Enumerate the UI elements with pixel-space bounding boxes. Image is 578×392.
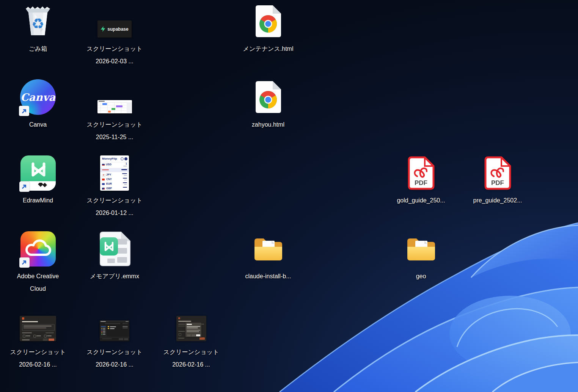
calendar-event-blue bbox=[102, 103, 107, 105]
edrawmind-app-icon bbox=[20, 155, 56, 191]
cny-flag bbox=[102, 179, 105, 180]
desktop-icon-claude-install-folder[interactable]: claude-install-b... bbox=[236, 230, 300, 282]
calendar-event-orange bbox=[108, 111, 111, 113]
account-icon bbox=[124, 157, 127, 160]
icon-label: pre_guide_2502... bbox=[473, 194, 522, 207]
icon-label: zahyou.html bbox=[252, 118, 284, 131]
icon-label: EdrawMind bbox=[23, 194, 53, 207]
info-icon bbox=[121, 157, 124, 160]
icon-label-line1: スクリーンショット bbox=[87, 118, 143, 131]
icon-label-line2: 2026-01-12 ... bbox=[87, 207, 143, 219]
icon-label-line2: Cloud bbox=[17, 282, 59, 295]
pdf-file-icon: PDF bbox=[484, 156, 511, 190]
desktop-icon-screenshot-2026-01-12[interactable]: MoneyFlip USD 1 JPY CNY EUR GBP bbox=[82, 155, 147, 219]
desktop-icon-recycle-bin[interactable]: ♻ ごみ箱 bbox=[6, 3, 70, 55]
white-button bbox=[196, 334, 200, 336]
gbp-flag bbox=[102, 188, 105, 190]
icon-label-line1: スクリーンショット bbox=[163, 346, 219, 358]
icon-label-line1: スクリーンショット bbox=[10, 346, 66, 358]
chrome-html-file-icon bbox=[256, 5, 281, 37]
orange-button bbox=[49, 339, 54, 341]
icon-label-line1: Adobe Creative bbox=[17, 270, 59, 282]
canva-app-icon: Canva bbox=[20, 79, 56, 115]
icon-label: Canva bbox=[29, 118, 47, 131]
icon-label-line2: 2026-02-16 ... bbox=[87, 358, 143, 371]
pdf-file-icon: PDF bbox=[408, 156, 435, 190]
supabase-wordmark: supabase bbox=[107, 27, 128, 32]
orange-button bbox=[199, 337, 205, 340]
desktop-icon-pre-guide-pdf[interactable]: PDF pre_guide_2502... bbox=[465, 155, 530, 207]
desktop-icon-canva[interactable]: Canva Canva bbox=[6, 79, 70, 131]
supabase-screenshot-thumbnail: supabase bbox=[97, 20, 132, 38]
chrome-html-file-icon bbox=[256, 81, 281, 113]
dialog-popup-screenshot-thumbnail bbox=[176, 316, 206, 341]
adobe-cc-app-icon bbox=[20, 231, 56, 267]
shortcut-arrow-icon bbox=[21, 259, 28, 266]
icon-label-line1: スクリーンショット bbox=[87, 346, 143, 358]
recycle-bin-icon: ♻ bbox=[24, 5, 52, 38]
svg-text:PDF: PDF bbox=[491, 179, 504, 187]
calendar-event-green bbox=[112, 108, 115, 110]
shortcut-arrow-badge bbox=[19, 257, 30, 268]
icon-label: メンテナンス.html bbox=[243, 42, 294, 55]
desktop-icon-memo-emmx[interactable]: メモアプリ.emmx bbox=[82, 230, 147, 282]
desktop-icon-gold-guide-pdf[interactable]: PDF gold_guide_250... bbox=[389, 155, 453, 207]
icon-label-line1: スクリーンショット bbox=[87, 194, 143, 207]
desktop-icon-maintenance-html[interactable]: メンテナンス.html bbox=[236, 3, 300, 55]
desktop-icon-screenshot-2026-02-03[interactable]: supabase スクリーンショット 2026-02-03 ... bbox=[82, 3, 147, 67]
calendar-screenshot-thumbnail bbox=[97, 100, 132, 113]
icon-label: gold_guide_250... bbox=[397, 194, 445, 207]
desktop-icon-screenshot-2026-02-16-b[interactable]: スクリーンショット 2026-02-16 ... bbox=[82, 311, 147, 371]
folder-icon bbox=[405, 235, 437, 262]
folder-icon bbox=[252, 235, 284, 262]
supabase-bolt-icon bbox=[101, 26, 105, 32]
moneyflip-screenshot-thumbnail: MoneyFlip USD 1 JPY CNY EUR GBP bbox=[100, 155, 129, 191]
shortcut-arrow-icon bbox=[21, 108, 28, 114]
eur-flag bbox=[102, 183, 105, 185]
edrawmind-m-logo bbox=[20, 156, 56, 182]
icon-label-line2: 2025-11-25 ... bbox=[87, 131, 143, 143]
icon-label: claude-install-b... bbox=[245, 270, 291, 282]
shortcut-arrow-badge bbox=[19, 182, 30, 192]
desktop-icon-screenshot-2026-02-16-a[interactable]: スクリーンショット 2026-02-16 ... bbox=[6, 311, 70, 371]
desktop-icon-adobe-creative-cloud[interactable]: Adobe Creative Cloud bbox=[6, 230, 70, 295]
desktop-icon-geo-folder[interactable]: geo bbox=[389, 230, 453, 282]
shortcut-arrow-icon bbox=[21, 183, 28, 190]
wondershare-logo bbox=[36, 183, 51, 189]
file-dialog-screenshot-thumbnail bbox=[100, 320, 129, 341]
desktop-icon-zahyou-html[interactable]: zahyou.html bbox=[236, 79, 300, 131]
calendar-event-purple bbox=[116, 105, 123, 107]
desktop-icon-edrawmind[interactable]: EdrawMind bbox=[6, 155, 70, 207]
icon-label: geo bbox=[416, 270, 426, 282]
icon-label-line1: スクリーンショット bbox=[87, 42, 143, 55]
icon-label-line2: 2026-02-16 ... bbox=[10, 358, 66, 371]
desktop-icon-screenshot-2026-02-16-c[interactable]: スクリーンショット 2026-02-16 ... bbox=[159, 311, 223, 371]
desktop[interactable]: { "desktop": { "os_style": "Windows 11 d… bbox=[0, 0, 578, 392]
shortcut-arrow-badge bbox=[19, 106, 29, 116]
icon-label-line2: 2026-02-03 ... bbox=[87, 55, 143, 67]
icon-label-line2: 2026-02-16 ... bbox=[163, 358, 219, 371]
usd-flag bbox=[102, 164, 105, 166]
icon-label: ごみ箱 bbox=[29, 42, 47, 55]
emmx-file-icon bbox=[97, 231, 132, 267]
desktop-icon-screenshot-2025-11-25[interactable]: スクリーンショット 2025-11-25 ... bbox=[82, 79, 147, 143]
svg-text:♻: ♻ bbox=[31, 16, 44, 32]
moneyflip-title: MoneyFlip bbox=[102, 157, 117, 160]
dark-dialog-screenshot-thumbnail bbox=[20, 316, 56, 341]
icon-label: メモアプリ.emmx bbox=[90, 270, 139, 282]
svg-text:PDF: PDF bbox=[415, 179, 427, 187]
